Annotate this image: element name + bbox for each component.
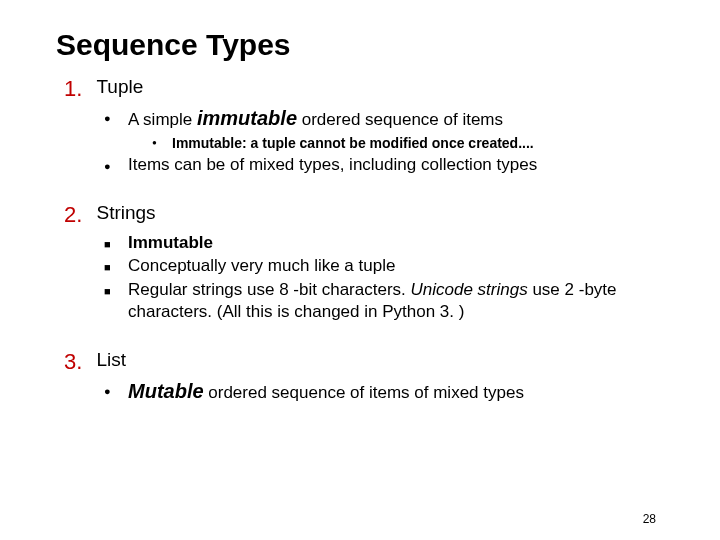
- list-item-list: 3. List Mutable ordered sequence of item…: [64, 349, 664, 405]
- item-number: 1.: [64, 76, 92, 102]
- text-part-italic: Unicode strings: [411, 280, 528, 299]
- item-header: List: [96, 349, 126, 370]
- sub-bullets: Immutable: a tuple cannot be modified on…: [152, 134, 664, 152]
- item-number: 2.: [64, 202, 92, 228]
- bullet-suffix: ordered sequence of items of mixed types: [204, 383, 524, 402]
- bullet: Items can be of mixed types, including c…: [104, 154, 664, 176]
- item-header: Strings: [96, 202, 155, 223]
- keyword-mutable: Mutable: [128, 380, 204, 402]
- page-number: 28: [643, 512, 656, 526]
- slide-title: Sequence Types: [56, 28, 664, 62]
- item-number: 3.: [64, 349, 92, 375]
- bullet: Immutable: [104, 232, 664, 254]
- keyword-immutable: immutable: [197, 107, 297, 129]
- list-item-tuple: 1. Tuple A simple immutable ordered sequ…: [64, 76, 664, 176]
- bullet: Mutable ordered sequence of items of mix…: [104, 379, 664, 405]
- bullet-suffix: ordered sequence of items: [297, 110, 503, 129]
- sequence-list: 1. Tuple A simple immutable ordered sequ…: [56, 76, 664, 404]
- tuple-bullets: A simple immutable ordered sequence of i…: [104, 106, 664, 176]
- list-bullets: Mutable ordered sequence of items of mix…: [104, 379, 664, 405]
- text-part: Regular strings use 8 -bit characters.: [128, 280, 411, 299]
- bullet-prefix: A simple: [128, 110, 197, 129]
- item-header: Tuple: [96, 76, 143, 97]
- list-item-strings: 2. Strings Immutable Conceptually very m…: [64, 202, 664, 323]
- bullet: A simple immutable ordered sequence of i…: [104, 106, 664, 152]
- slide: Sequence Types 1. Tuple A simple immutab…: [0, 0, 720, 540]
- bullet: Regular strings use 8 -bit characters. U…: [104, 279, 664, 323]
- bullet: Conceptually very much like a tuple: [104, 255, 664, 277]
- sub-bullet: Immutable: a tuple cannot be modified on…: [152, 134, 664, 152]
- strings-bullets: Immutable Conceptually very much like a …: [104, 232, 664, 323]
